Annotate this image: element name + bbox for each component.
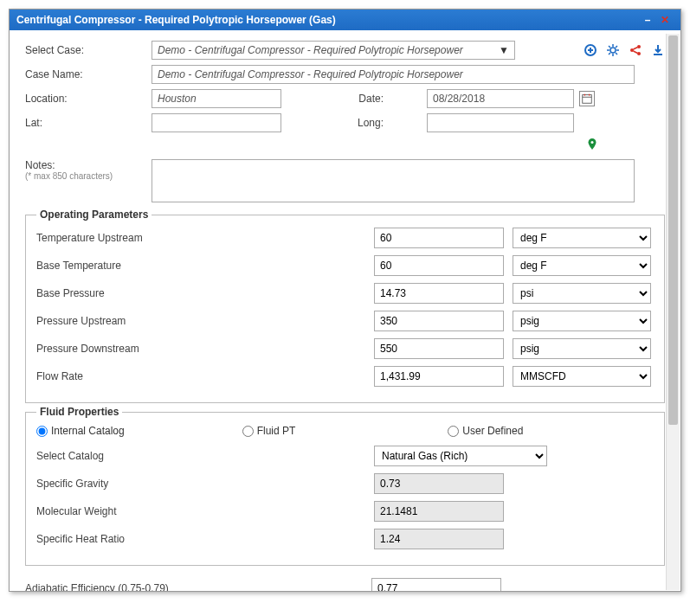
param-unit-select[interactable]: deg F	[513, 228, 651, 248]
close-button[interactable]: ✕	[656, 14, 674, 26]
vertical-scrollbar[interactable]	[666, 34, 680, 590]
param-unit-select[interactable]: psig	[513, 338, 651, 359]
gear-icon[interactable]	[606, 43, 620, 57]
fluid-properties-fieldset: Fluid Properties Internal Catalog Fluid …	[25, 412, 665, 566]
param-input[interactable]	[374, 311, 504, 331]
param-input[interactable]	[374, 228, 504, 248]
param-unit-select[interactable]: psig	[513, 311, 651, 331]
svg-point-3	[637, 45, 641, 48]
long-label: Long:	[287, 117, 390, 129]
app-window: Centrifugal Compressor - Required Polytr…	[9, 9, 681, 592]
adiabatic-input[interactable]	[371, 578, 501, 591]
scrollbar-thumb[interactable]	[668, 35, 678, 425]
fluid-prop-input	[374, 501, 504, 522]
notes-sublabel: (* max 850 characters)	[25, 171, 146, 181]
param-unit-select[interactable]: psi	[513, 283, 651, 304]
lat-input[interactable]	[152, 113, 281, 132]
select-case-label: Select Case:	[25, 44, 146, 56]
param-label: Base Temperature	[36, 260, 365, 272]
param-label: Temperature Upstream	[36, 232, 365, 244]
operating-parameters-title: Operating Parameters	[36, 209, 152, 221]
radio-user-defined[interactable]: User Defined	[448, 425, 654, 437]
param-input[interactable]	[374, 366, 504, 387]
download-icon[interactable]	[651, 43, 665, 57]
share-icon[interactable]	[629, 43, 642, 57]
content-area: Select Case: Demo - Centrifugal Compress…	[10, 30, 680, 591]
adiabatic-label: Adiabatic Efficiency (0.75-0.79)	[25, 582, 363, 591]
minimize-button[interactable]: –	[639, 14, 656, 26]
param-input[interactable]	[374, 283, 504, 304]
radio-fluid-pt[interactable]: Fluid PT	[242, 425, 448, 437]
fluid-prop-input	[374, 473, 504, 494]
fluid-properties-title: Fluid Properties	[36, 406, 122, 418]
date-label: Date:	[287, 93, 390, 105]
param-label: Base Pressure	[36, 287, 365, 299]
param-label: Pressure Upstream	[36, 315, 365, 327]
date-input[interactable]	[427, 89, 574, 108]
location-input[interactable]	[152, 89, 281, 108]
svg-point-6	[591, 141, 594, 144]
fluid-prop-label: Molecular Weight	[36, 505, 365, 517]
svg-point-1	[610, 48, 616, 53]
fluid-prop-label: Specific Gravity	[36, 478, 365, 490]
operating-parameters-fieldset: Operating Parameters Temperature Upstrea…	[25, 215, 665, 403]
chevron-down-icon: ▼	[499, 44, 509, 56]
param-label: Flow Rate	[36, 370, 365, 382]
calendar-icon[interactable]	[579, 91, 595, 106]
map-pin-icon[interactable]	[585, 138, 599, 154]
add-icon[interactable]	[584, 43, 597, 57]
long-input[interactable]	[427, 113, 574, 132]
notes-textarea[interactable]	[152, 159, 635, 202]
select-catalog-dropdown[interactable]: Natural Gas (Rich)	[374, 446, 547, 466]
case-name-input[interactable]	[152, 65, 635, 84]
param-unit-select[interactable]: MMSCFD	[513, 366, 651, 387]
location-label: Location:	[25, 93, 146, 105]
case-toolbar	[566, 43, 665, 57]
fluid-prop-label: Specific Heat Ratio	[36, 533, 365, 545]
select-case-dropdown[interactable]: Demo - Centrifugal Compressor - Required…	[152, 41, 515, 60]
svg-rect-5	[583, 95, 592, 104]
param-input[interactable]	[374, 255, 504, 276]
lat-label: Lat:	[25, 117, 146, 129]
notes-label: Notes:	[25, 159, 146, 171]
param-input[interactable]	[374, 338, 504, 359]
title-bar: Centrifugal Compressor - Required Polytr…	[10, 10, 680, 30]
select-case-value: Demo - Centrifugal Compressor - Required…	[158, 44, 463, 56]
svg-point-4	[637, 52, 641, 55]
case-name-label: Case Name:	[25, 68, 146, 80]
window-title: Centrifugal Compressor - Required Polytr…	[16, 14, 639, 26]
param-unit-select[interactable]: deg F	[513, 255, 651, 276]
radio-internal-catalog[interactable]: Internal Catalog	[36, 425, 242, 437]
select-catalog-label: Select Catalog	[36, 450, 365, 462]
param-label: Pressure Downstream	[36, 343, 365, 355]
fluid-prop-input	[374, 529, 504, 549]
